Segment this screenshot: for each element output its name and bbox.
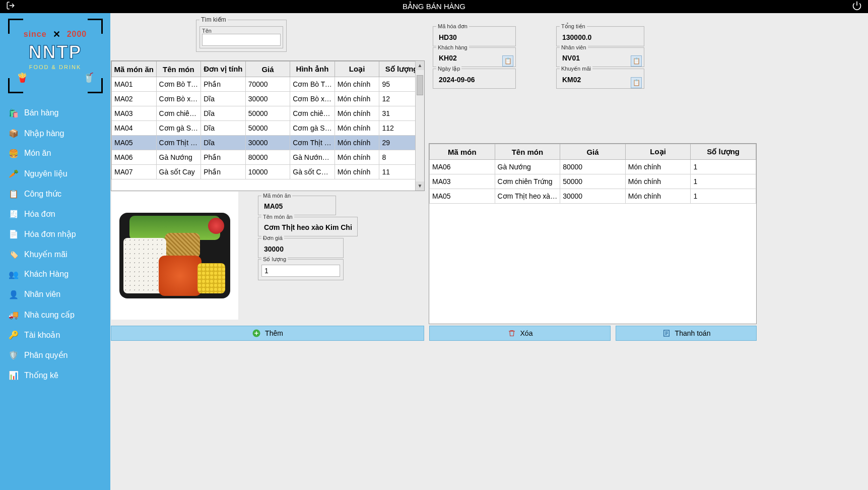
column-header[interactable]: Mã món ăn xyxy=(112,62,157,77)
cell: Món chính xyxy=(335,136,379,150)
sidebar-item-3[interactable]: 🥕Nguyên liệu xyxy=(0,163,110,183)
cell: Cơm chiên T... xyxy=(156,106,201,121)
column-header[interactable]: Giá xyxy=(560,144,626,160)
sidebar-item-5[interactable]: 🧾Hóa đơn xyxy=(0,204,110,224)
nav-icon: 🧾 xyxy=(8,208,19,219)
staff-picker-button[interactable]: 📋 xyxy=(631,55,642,67)
nav-label: Nhập hàng xyxy=(24,129,64,138)
sidebar-item-6[interactable]: 📄Hóa đơn nhập xyxy=(0,224,110,244)
column-header[interactable]: Giá xyxy=(245,62,290,77)
cell: Món chính xyxy=(335,150,379,165)
column-header[interactable]: Loại xyxy=(335,62,379,77)
nav-label: Món ăn xyxy=(24,149,51,158)
sidebar-item-0[interactable]: 🛍️Bán hàng xyxy=(0,103,110,123)
scroll-up-icon[interactable]: ▲ xyxy=(416,61,424,70)
invoice-id-label: Mã hóa đơn xyxy=(436,23,469,30)
sidebar-item-11[interactable]: 🔑Tài khoản xyxy=(0,325,110,345)
sidebar-item-1[interactable]: 📦Nhập hàng xyxy=(0,123,110,143)
cell: MA07 xyxy=(112,165,157,179)
column-header[interactable]: Mã món xyxy=(430,144,495,160)
sidebar-item-13[interactable]: 📊Thống kê xyxy=(0,365,110,385)
cell: 1 xyxy=(691,160,756,174)
window-title: BẢNG BÁN HÀNG xyxy=(403,2,465,11)
cell: Cơm Bò Trứ... xyxy=(156,77,201,92)
cell: Món chính xyxy=(335,77,379,92)
column-header[interactable]: Hình ảnh xyxy=(290,62,335,77)
menu-scrollbar[interactable]: ▲ ▼ xyxy=(415,61,424,191)
date-label: Ngày lập xyxy=(436,66,461,72)
cell: Dĩa xyxy=(201,92,246,106)
cell: Cơm Thịt he... xyxy=(156,136,201,150)
sidebar-item-10[interactable]: 🚚Nhà cung cấp xyxy=(0,304,110,325)
cell: Cơm gà Sốt ... xyxy=(156,121,201,136)
customer-field xyxy=(436,52,512,64)
promo-picker-button[interactable]: 📋 xyxy=(631,77,642,88)
cell: 70000 xyxy=(245,77,290,92)
sidebar-item-7[interactable]: 🏷️Khuyến mãi xyxy=(0,244,110,264)
nav-icon: 📦 xyxy=(8,128,19,139)
nav-icon: 📊 xyxy=(8,370,19,381)
sidebar-item-4[interactable]: 📋Công thức xyxy=(0,183,110,204)
column-header[interactable]: Đơn vị tính xyxy=(201,62,246,77)
cell: Cơm Bò xào ... xyxy=(290,92,335,106)
search-input[interactable] xyxy=(202,34,281,46)
cell: Cơm Bò xào ... xyxy=(156,92,201,106)
trash-icon xyxy=(507,329,516,338)
column-header[interactable]: Tên món xyxy=(156,62,201,77)
column-header[interactable]: Loại xyxy=(625,144,691,160)
exit-icon[interactable] xyxy=(6,1,15,12)
add-button[interactable]: Thêm xyxy=(111,326,424,341)
table-row[interactable]: MA05Cơm Thịt he...Dĩa30000Cơm Thịt he ..… xyxy=(112,136,424,150)
table-row[interactable]: MA01Cơm Bò Trứ...Phần70000Cơm Bò Trứ...M… xyxy=(112,77,424,92)
cell: Cơm chiên Trứng xyxy=(495,174,560,189)
order-table[interactable]: Mã mónTên mónGiáLoạiSố lượngMA06Gà Nướng… xyxy=(429,143,757,324)
table-row[interactable]: MA05Cơm Thịt heo xào ...30000Món chính1 xyxy=(430,189,756,204)
nav-icon: 📄 xyxy=(8,228,19,239)
cell: Dĩa xyxy=(201,106,246,121)
cell: MA06 xyxy=(430,160,495,174)
cell: Món chính xyxy=(625,174,691,189)
cell: Cơm gà Sốt ... xyxy=(290,121,335,136)
sidebar-item-9[interactable]: 👤Nhân viên xyxy=(0,284,110,304)
cell: Dĩa xyxy=(201,136,246,150)
table-row[interactable]: MA06Gà NướngPhần80000Gà Nướng.jpgMón chí… xyxy=(112,150,424,165)
add-button-label: Thêm xyxy=(265,329,283,337)
checkout-button[interactable]: Thanh toán xyxy=(616,326,757,341)
plus-icon xyxy=(252,329,261,338)
table-row[interactable]: MA07Gà sốt CayPhần10000Gà sốt Cay.jpgMón… xyxy=(112,165,424,179)
sidebar-item-8[interactable]: 👥Khách Hàng xyxy=(0,264,110,284)
utensils-icon: ✕ xyxy=(53,29,61,40)
scroll-down-icon[interactable]: ▼ xyxy=(416,181,424,191)
table-row[interactable]: MA06Gà Nướng80000Món chính1 xyxy=(430,160,756,174)
nav-icon: 🍔 xyxy=(8,148,19,159)
date-field xyxy=(436,74,512,85)
table-row[interactable]: MA02Cơm Bò xào ...Dĩa30000Cơm Bò xào ...… xyxy=(112,92,424,106)
power-icon[interactable] xyxy=(852,1,862,13)
detail-price-field xyxy=(261,243,340,255)
table-row[interactable]: MA03Cơm chiên T...Dĩa50000Cơm chiên T...… xyxy=(112,106,424,121)
column-header[interactable]: Tên món xyxy=(495,144,560,160)
total-label: Tổng tiền xyxy=(560,23,587,30)
sidebar-item-12[interactable]: 🛡️Phân quyền xyxy=(0,345,110,365)
cell: 50000 xyxy=(560,174,626,189)
nav-label: Bán hàng xyxy=(24,108,59,117)
invoice-id-field xyxy=(436,32,512,43)
cell: MA04 xyxy=(112,121,157,136)
column-header[interactable]: Số lượng xyxy=(691,144,756,160)
table-row[interactable]: MA04Cơm gà Sốt ...Dĩa50000Cơm gà Sốt ...… xyxy=(112,121,424,136)
customer-picker-button[interactable]: 📋 xyxy=(502,55,513,67)
nav-icon: 🛡️ xyxy=(8,349,19,360)
detail-qty-input[interactable] xyxy=(261,265,340,277)
scroll-thumb[interactable] xyxy=(417,75,423,95)
logo-sub: FOOD & DRINK xyxy=(29,64,81,70)
cell: Dĩa xyxy=(201,121,246,136)
delete-button[interactable]: Xóa xyxy=(429,326,611,341)
nav-label: Nguyên liệu xyxy=(24,169,68,178)
sidebar-item-2[interactable]: 🍔Món ăn xyxy=(0,143,110,163)
detail-id-label: Mã món ăn xyxy=(261,193,292,199)
cell: Gà Nướng xyxy=(495,160,560,174)
cell: Cơm chiên T... xyxy=(290,106,335,121)
cell: MA03 xyxy=(430,174,495,189)
menu-table[interactable]: Mã món ănTên mónĐơn vị tínhGiáHình ảnhLo… xyxy=(111,60,425,191)
table-row[interactable]: MA03Cơm chiên Trứng50000Món chính1 xyxy=(430,174,756,189)
